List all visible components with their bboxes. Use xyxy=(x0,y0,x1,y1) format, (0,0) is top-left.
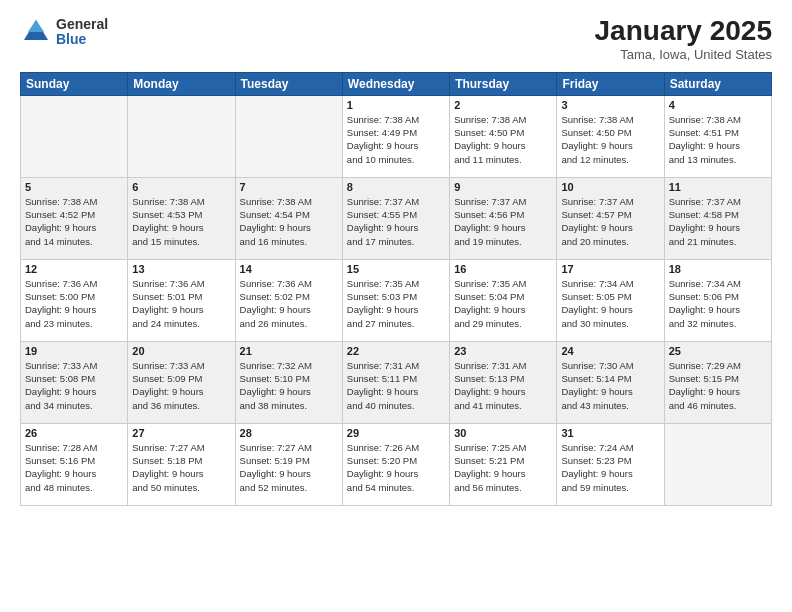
calendar-cell: 20Sunrise: 7:33 AM Sunset: 5:09 PM Dayli… xyxy=(128,341,235,423)
day-number: 30 xyxy=(454,427,552,439)
day-info: Sunrise: 7:38 AM Sunset: 4:54 PM Dayligh… xyxy=(240,195,338,248)
calendar-cell: 22Sunrise: 7:31 AM Sunset: 5:11 PM Dayli… xyxy=(342,341,449,423)
day-info: Sunrise: 7:34 AM Sunset: 5:06 PM Dayligh… xyxy=(669,277,767,330)
day-info: Sunrise: 7:31 AM Sunset: 5:13 PM Dayligh… xyxy=(454,359,552,412)
day-number: 6 xyxy=(132,181,230,193)
day-number: 22 xyxy=(347,345,445,357)
calendar-cell: 4Sunrise: 7:38 AM Sunset: 4:51 PM Daylig… xyxy=(664,95,771,177)
day-number: 15 xyxy=(347,263,445,275)
day-number: 27 xyxy=(132,427,230,439)
calendar-cell: 10Sunrise: 7:37 AM Sunset: 4:57 PM Dayli… xyxy=(557,177,664,259)
day-number: 13 xyxy=(132,263,230,275)
day-number: 25 xyxy=(669,345,767,357)
day-info: Sunrise: 7:38 AM Sunset: 4:52 PM Dayligh… xyxy=(25,195,123,248)
day-number: 24 xyxy=(561,345,659,357)
title-area: January 2025 Tama, Iowa, United States xyxy=(595,16,772,62)
calendar-cell: 31Sunrise: 7:24 AM Sunset: 5:23 PM Dayli… xyxy=(557,423,664,505)
calendar-cell: 30Sunrise: 7:25 AM Sunset: 5:21 PM Dayli… xyxy=(450,423,557,505)
day-info: Sunrise: 7:35 AM Sunset: 5:04 PM Dayligh… xyxy=(454,277,552,330)
day-number: 10 xyxy=(561,181,659,193)
day-number: 2 xyxy=(454,99,552,111)
day-info: Sunrise: 7:30 AM Sunset: 5:14 PM Dayligh… xyxy=(561,359,659,412)
calendar-cell: 6Sunrise: 7:38 AM Sunset: 4:53 PM Daylig… xyxy=(128,177,235,259)
weekday-header-monday: Monday xyxy=(128,72,235,95)
month-title: January 2025 xyxy=(595,16,772,47)
logo-text: General Blue xyxy=(56,17,108,48)
day-info: Sunrise: 7:37 AM Sunset: 4:56 PM Dayligh… xyxy=(454,195,552,248)
week-row-3: 12Sunrise: 7:36 AM Sunset: 5:00 PM Dayli… xyxy=(21,259,772,341)
logo-blue: Blue xyxy=(56,32,108,47)
day-info: Sunrise: 7:36 AM Sunset: 5:01 PM Dayligh… xyxy=(132,277,230,330)
logo-icon xyxy=(20,16,52,48)
weekday-header-friday: Friday xyxy=(557,72,664,95)
week-row-2: 5Sunrise: 7:38 AM Sunset: 4:52 PM Daylig… xyxy=(21,177,772,259)
weekday-header-tuesday: Tuesday xyxy=(235,72,342,95)
day-info: Sunrise: 7:27 AM Sunset: 5:19 PM Dayligh… xyxy=(240,441,338,494)
calendar-cell: 27Sunrise: 7:27 AM Sunset: 5:18 PM Dayli… xyxy=(128,423,235,505)
location: Tama, Iowa, United States xyxy=(595,47,772,62)
day-number: 29 xyxy=(347,427,445,439)
calendar-cell: 18Sunrise: 7:34 AM Sunset: 5:06 PM Dayli… xyxy=(664,259,771,341)
week-row-1: 1Sunrise: 7:38 AM Sunset: 4:49 PM Daylig… xyxy=(21,95,772,177)
day-number: 17 xyxy=(561,263,659,275)
calendar-cell: 13Sunrise: 7:36 AM Sunset: 5:01 PM Dayli… xyxy=(128,259,235,341)
calendar-cell: 3Sunrise: 7:38 AM Sunset: 4:50 PM Daylig… xyxy=(557,95,664,177)
day-number: 31 xyxy=(561,427,659,439)
day-info: Sunrise: 7:35 AM Sunset: 5:03 PM Dayligh… xyxy=(347,277,445,330)
calendar-cell xyxy=(128,95,235,177)
day-number: 23 xyxy=(454,345,552,357)
calendar-cell: 12Sunrise: 7:36 AM Sunset: 5:00 PM Dayli… xyxy=(21,259,128,341)
day-info: Sunrise: 7:38 AM Sunset: 4:50 PM Dayligh… xyxy=(454,113,552,166)
day-number: 1 xyxy=(347,99,445,111)
week-row-5: 26Sunrise: 7:28 AM Sunset: 5:16 PM Dayli… xyxy=(21,423,772,505)
day-number: 14 xyxy=(240,263,338,275)
calendar-cell: 14Sunrise: 7:36 AM Sunset: 5:02 PM Dayli… xyxy=(235,259,342,341)
day-info: Sunrise: 7:27 AM Sunset: 5:18 PM Dayligh… xyxy=(132,441,230,494)
day-number: 7 xyxy=(240,181,338,193)
day-info: Sunrise: 7:25 AM Sunset: 5:21 PM Dayligh… xyxy=(454,441,552,494)
day-info: Sunrise: 7:31 AM Sunset: 5:11 PM Dayligh… xyxy=(347,359,445,412)
calendar-cell: 17Sunrise: 7:34 AM Sunset: 5:05 PM Dayli… xyxy=(557,259,664,341)
week-row-4: 19Sunrise: 7:33 AM Sunset: 5:08 PM Dayli… xyxy=(21,341,772,423)
day-number: 21 xyxy=(240,345,338,357)
day-info: Sunrise: 7:37 AM Sunset: 4:57 PM Dayligh… xyxy=(561,195,659,248)
day-number: 26 xyxy=(25,427,123,439)
calendar-cell: 1Sunrise: 7:38 AM Sunset: 4:49 PM Daylig… xyxy=(342,95,449,177)
calendar-cell xyxy=(664,423,771,505)
day-number: 18 xyxy=(669,263,767,275)
calendar-cell xyxy=(235,95,342,177)
day-info: Sunrise: 7:28 AM Sunset: 5:16 PM Dayligh… xyxy=(25,441,123,494)
weekday-header-saturday: Saturday xyxy=(664,72,771,95)
day-info: Sunrise: 7:33 AM Sunset: 5:08 PM Dayligh… xyxy=(25,359,123,412)
day-info: Sunrise: 7:32 AM Sunset: 5:10 PM Dayligh… xyxy=(240,359,338,412)
calendar-cell: 11Sunrise: 7:37 AM Sunset: 4:58 PM Dayli… xyxy=(664,177,771,259)
day-number: 9 xyxy=(454,181,552,193)
day-number: 16 xyxy=(454,263,552,275)
header: General Blue January 2025 Tama, Iowa, Un… xyxy=(20,16,772,62)
page-container: General Blue January 2025 Tama, Iowa, Un… xyxy=(0,0,792,612)
weekday-header-row: SundayMondayTuesdayWednesdayThursdayFrid… xyxy=(21,72,772,95)
day-info: Sunrise: 7:26 AM Sunset: 5:20 PM Dayligh… xyxy=(347,441,445,494)
day-number: 4 xyxy=(669,99,767,111)
calendar-cell: 26Sunrise: 7:28 AM Sunset: 5:16 PM Dayli… xyxy=(21,423,128,505)
day-info: Sunrise: 7:29 AM Sunset: 5:15 PM Dayligh… xyxy=(669,359,767,412)
day-number: 11 xyxy=(669,181,767,193)
calendar-cell: 9Sunrise: 7:37 AM Sunset: 4:56 PM Daylig… xyxy=(450,177,557,259)
day-number: 12 xyxy=(25,263,123,275)
logo: General Blue xyxy=(20,16,108,48)
calendar-cell: 15Sunrise: 7:35 AM Sunset: 5:03 PM Dayli… xyxy=(342,259,449,341)
calendar-cell: 25Sunrise: 7:29 AM Sunset: 5:15 PM Dayli… xyxy=(664,341,771,423)
calendar-cell: 2Sunrise: 7:38 AM Sunset: 4:50 PM Daylig… xyxy=(450,95,557,177)
day-number: 8 xyxy=(347,181,445,193)
day-number: 20 xyxy=(132,345,230,357)
day-info: Sunrise: 7:34 AM Sunset: 5:05 PM Dayligh… xyxy=(561,277,659,330)
day-number: 19 xyxy=(25,345,123,357)
calendar: SundayMondayTuesdayWednesdayThursdayFrid… xyxy=(20,72,772,506)
day-info: Sunrise: 7:37 AM Sunset: 4:55 PM Dayligh… xyxy=(347,195,445,248)
logo-general: General xyxy=(56,17,108,32)
day-info: Sunrise: 7:33 AM Sunset: 5:09 PM Dayligh… xyxy=(132,359,230,412)
calendar-cell: 16Sunrise: 7:35 AM Sunset: 5:04 PM Dayli… xyxy=(450,259,557,341)
calendar-cell: 24Sunrise: 7:30 AM Sunset: 5:14 PM Dayli… xyxy=(557,341,664,423)
weekday-header-wednesday: Wednesday xyxy=(342,72,449,95)
weekday-header-thursday: Thursday xyxy=(450,72,557,95)
